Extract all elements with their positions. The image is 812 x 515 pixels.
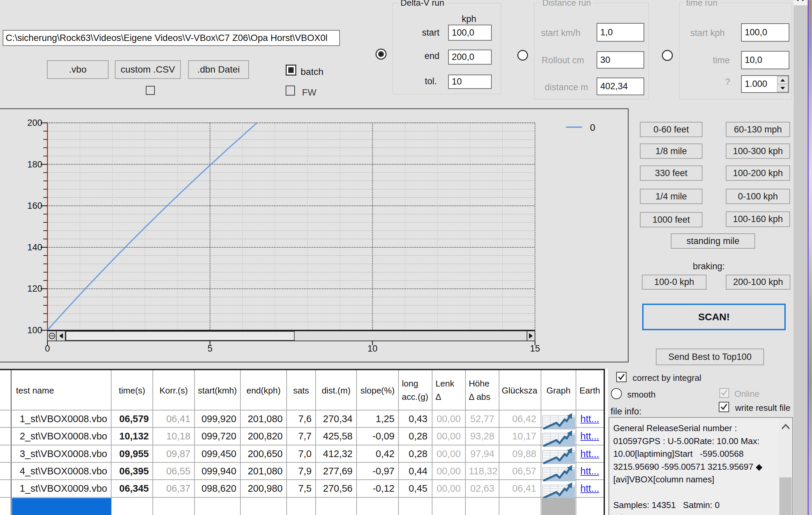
svg-text:140: 140 — [27, 242, 42, 252]
svg-text:200: 200 — [27, 118, 42, 128]
svg-text:160: 160 — [27, 201, 42, 211]
svg-text:5: 5 — [207, 344, 212, 353]
svg-text:0: 0 — [590, 122, 595, 133]
svg-text:100: 100 — [27, 325, 42, 335]
svg-text:15: 15 — [530, 344, 540, 353]
svg-text:10: 10 — [368, 344, 378, 353]
svg-text:120: 120 — [27, 284, 42, 294]
svg-text:180: 180 — [27, 160, 42, 169]
svg-text:0: 0 — [45, 344, 50, 353]
